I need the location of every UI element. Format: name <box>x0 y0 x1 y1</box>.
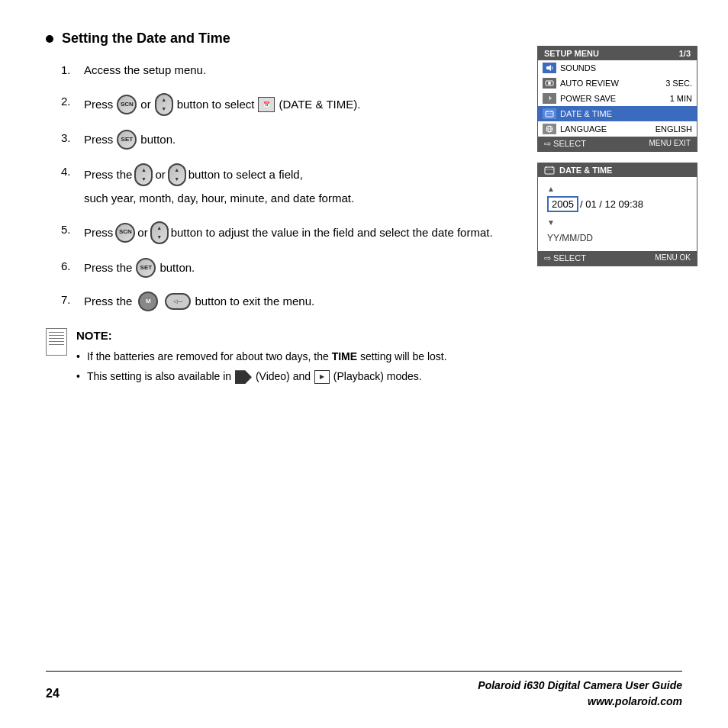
datetime-icon <box>543 108 556 119</box>
date-select-icon: 📅 <box>258 97 275 112</box>
dt-footer-select: ⇨ SELECT <box>544 253 586 263</box>
note-bullet-1-text: If the batteries are removed for about t… <box>87 350 447 362</box>
menu-row-powersave: POWER SAVE 1 MIN <box>538 91 697 106</box>
scroll-3-icon <box>150 221 169 244</box>
step-5-content: Press SCN or button to adjust the value … <box>84 221 493 244</box>
page-number: 24 <box>46 687 60 701</box>
step-2-post: button to select <box>177 95 255 114</box>
autoreview-label: AUTO REVIEW <box>560 79 665 88</box>
step-1-text: Access the setup menu. <box>84 62 206 79</box>
datetime-footer: ⇨ SELECT MENU OK <box>538 251 697 266</box>
note-bullet-2-text: This setting is also available in (Video… <box>87 370 422 382</box>
step-5-or: or <box>137 224 147 242</box>
note-bullet-2: This setting is also available in (Video… <box>76 368 682 385</box>
step-1-num: 1. <box>61 62 84 79</box>
note-bullet-1: If the batteries are removed for about t… <box>76 348 682 365</box>
dt-down-arrow: ▼ <box>547 218 555 227</box>
step-6-pre: Press the <box>84 258 132 278</box>
section-title: Setting the Date and Time <box>46 31 682 47</box>
step-6-post: button. <box>159 258 195 278</box>
language-value: ENGLISH <box>656 124 692 134</box>
step-4-num: 4. <box>61 163 84 181</box>
dt-time-row: 2005 / 01 / 12 09:38 <box>547 196 688 212</box>
autoreview-value: 3 SEC. <box>665 79 692 88</box>
bullet-icon <box>46 35 53 43</box>
menu-m-icon: M <box>138 292 158 311</box>
step-5-icons: Press SCN or button to adjust the value … <box>84 221 493 244</box>
step-7-num: 7. <box>61 292 84 309</box>
step-4-or: or <box>155 166 165 184</box>
step-4-icons: Press the or button to select a field, <box>84 163 354 186</box>
scn-button-icon: SCN <box>117 95 137 114</box>
step-4-extra: such year, month, day, hour, minute, and… <box>84 189 354 208</box>
note-icon <box>46 328 67 356</box>
step-5-num: 5. <box>61 221 84 239</box>
dt-down-arrow-row: ▼ <box>547 218 688 227</box>
svg-rect-10 <box>545 167 554 174</box>
autoreview-icon <box>543 78 556 89</box>
datetime-body: ▲ 2005 / 01 / 12 09:38 ▼ YY/MM/DD <box>538 177 697 251</box>
step-2-num: 2. <box>61 93 84 111</box>
step-2-end: (DATE & TIME). <box>279 95 360 114</box>
datetime-label: DATE & TIME <box>560 109 692 118</box>
language-icon <box>543 124 556 134</box>
datetime-panel-header: DATE & TIME <box>538 163 697 177</box>
step-3-pre: Press <box>84 130 113 150</box>
setup-menu-panel: SETUP MENU 1/3 SOUNDS AUTO REVIEW 3 SEC.… <box>537 46 697 152</box>
language-label: LANGUAGE <box>560 124 656 134</box>
step-3-content: Press SET button. <box>84 130 176 150</box>
dt-up-arrow: ▲ <box>547 185 555 193</box>
svg-marker-0 <box>546 65 551 71</box>
step-4-content: Press the or button to select a field, s… <box>84 163 354 208</box>
dt-footer-ok: MENU OK <box>655 253 691 263</box>
menu-footer-exit: MENU EXIT <box>649 139 691 149</box>
setup-menu-header: SETUP MENU 1/3 <box>538 47 697 60</box>
step-4-post: button to select a field, <box>188 166 303 184</box>
sounds-icon <box>543 63 556 73</box>
menu-row-autoreview: AUTO REVIEW 3 SEC. <box>538 76 697 91</box>
note-section: NOTE: If the batteries are removed for a… <box>46 327 682 388</box>
footer-title-line1: Polaroid i630 Digital Camera User Guide <box>478 678 682 694</box>
setup-menu-title: SETUP MENU <box>544 49 599 58</box>
footer-title-line2: www.polaroid.com <box>478 694 682 710</box>
step-2-pre: Press <box>84 95 113 114</box>
powersave-icon <box>543 93 556 104</box>
svg-point-2 <box>548 82 551 85</box>
step-7: 7. Press the M ◁— button to exit the men… <box>61 292 682 311</box>
set-button-2-icon: SET <box>136 258 156 278</box>
menu-footer-select: ⇨ SELECT <box>544 139 586 149</box>
step-5-post: button to adjust the value in the field … <box>171 224 493 242</box>
menu-row-sounds: SOUNDS <box>538 60 697 76</box>
datetime-panel-title: DATE & TIME <box>559 166 612 175</box>
step-7-content: Press the M ◁— button to exit the menu. <box>84 292 314 311</box>
datetime-panel: DATE & TIME ▲ 2005 / 01 / 12 09:38 ▼ YY/… <box>537 163 697 266</box>
powersave-label: POWER SAVE <box>560 94 670 103</box>
note-content: NOTE: If the batteries are removed for a… <box>76 327 682 388</box>
set-button-icon: SET <box>117 130 137 150</box>
video-mode-icon <box>235 370 252 384</box>
powersave-value: 1 MIN <box>670 94 692 103</box>
step-4-pre: Press the <box>84 166 132 184</box>
back-button-icon: ◁— <box>165 293 191 310</box>
sounds-label: SOUNDS <box>560 63 692 72</box>
dt-year: 2005 <box>547 196 578 212</box>
step-6-num: 6. <box>61 258 84 275</box>
page-footer: 24 Polaroid i630 Digital Camera User Gui… <box>46 671 682 710</box>
step-6-content: Press the SET button. <box>84 258 195 278</box>
ui-panels: SETUP MENU 1/3 SOUNDS AUTO REVIEW 3 SEC.… <box>537 46 697 266</box>
menu-row-language: LANGUAGE ENGLISH <box>538 121 697 137</box>
footer-title: Polaroid i630 Digital Camera User Guide … <box>478 678 682 710</box>
step-2-or: or <box>140 95 150 114</box>
step-7-pre: Press the <box>84 292 132 311</box>
step-2-content: Press SCN or button to select 📅 (DATE & … <box>84 93 360 116</box>
step-3-post: button. <box>140 130 176 150</box>
step-3-num: 3. <box>61 130 84 147</box>
dt-rest: / 01 / 12 09:38 <box>580 198 643 210</box>
scroll-up-icon <box>134 163 153 186</box>
dt-arrows-row: ▲ <box>547 185 688 193</box>
setup-menu-page: 1/3 <box>679 49 691 58</box>
scn-button-2-icon: SCN <box>115 223 135 243</box>
menu-row-datetime: DATE & TIME <box>538 106 697 121</box>
scroll-button-icon <box>155 93 173 116</box>
note-bullets: If the batteries are removed for about t… <box>76 348 682 385</box>
